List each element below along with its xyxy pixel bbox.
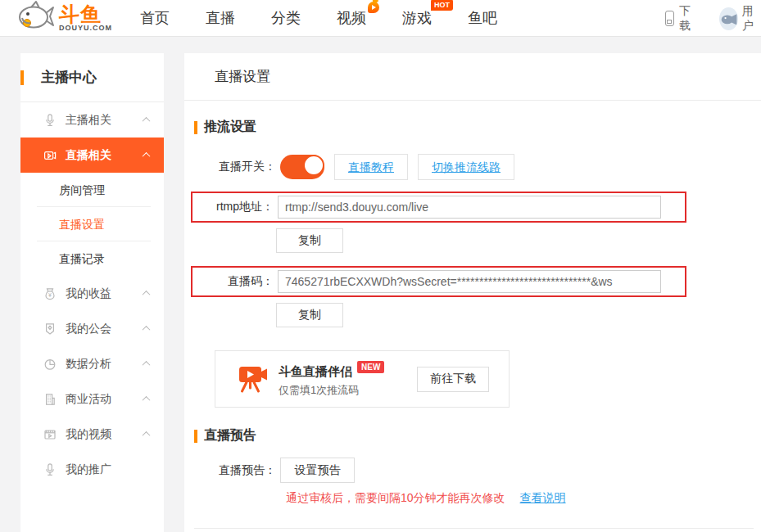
logo-domain: DOUYU.COM: [59, 24, 112, 32]
sidebar-subitem-room-management[interactable]: 房间管理: [20, 173, 164, 207]
chevron-up-icon: [143, 291, 151, 299]
section-bar: [194, 430, 197, 443]
sidebar-title: 主播中心: [20, 53, 164, 102]
live-switch-row: 直播开关： 直播教程 切换推流线路: [194, 154, 761, 180]
pie-chart-icon: [43, 357, 57, 372]
chevron-up-icon: [143, 396, 151, 404]
stream-code-input[interactable]: [278, 270, 661, 293]
page: 斗鱼 DOUYU.COM 首页 直播 分类 视频 游戏 HOT 鱼吧 下载: [0, 0, 761, 532]
sidebar-subitem-live-settings[interactable]: 直播设置: [20, 207, 164, 241]
logo-title: 斗鱼: [59, 4, 112, 24]
sidebar-subitem-live-records[interactable]: 直播记录: [20, 241, 164, 276]
bottom-divider: [194, 528, 754, 529]
microphone-icon: [43, 113, 57, 128]
douyu-mascot-icon: [15, 0, 56, 36]
rtmp-address-label: rtmp地址：: [193, 200, 274, 214]
sidebar: 主播中心 主播相关 直播相关: [20, 53, 164, 532]
hot-badge: HOT: [431, 0, 453, 11]
svg-text:¥: ¥: [48, 292, 52, 298]
user-avatar: [719, 7, 738, 30]
copy-stream-code-button[interactable]: 复制: [276, 303, 343, 327]
money-bag-icon: ¥: [43, 286, 57, 301]
live-video-icon: [43, 148, 57, 163]
tutorial-button[interactable]: 直播教程: [334, 154, 408, 180]
main-nav: 首页 直播 分类 视频 游戏 HOT 鱼吧: [140, 8, 533, 28]
chevron-up-icon: [143, 431, 151, 440]
video-file-icon: [43, 427, 57, 442]
companion-title: 斗鱼直播伴侣NEW: [279, 364, 384, 378]
set-preview-button[interactable]: 设置预告: [280, 458, 355, 483]
sidebar-item-anchor-related[interactable]: 主播相关: [20, 102, 164, 138]
chevron-up-icon: [143, 152, 151, 160]
section-bar: [194, 121, 197, 134]
nav-video[interactable]: 视频: [337, 8, 366, 28]
douyu-logo[interactable]: 斗鱼 DOUYU.COM: [15, 0, 112, 36]
guild-badge-icon: [43, 322, 57, 336]
change-line-button[interactable]: 切换推流线路: [418, 154, 514, 180]
main-content: 直播设置 推流设置 直播开关： 直播教程 切换推流线路 rtmp地址： 复制 直…: [184, 53, 761, 532]
live-preview-section-title: 直播预告: [194, 427, 761, 444]
preview-label: 直播预告：: [194, 463, 276, 478]
live-switch-toggle[interactable]: [280, 155, 324, 179]
page-title: 直播设置: [184, 53, 761, 101]
building-icon: [43, 392, 57, 407]
sidebar-title-bar: [20, 70, 24, 85]
nav-live[interactable]: 直播: [206, 8, 235, 28]
nav-yuba[interactable]: 鱼吧: [468, 8, 497, 28]
rtmp-address-highlight-box: rtmp地址：: [191, 192, 686, 223]
chevron-up-icon: [143, 117, 151, 125]
go-download-button[interactable]: 前往下载: [417, 367, 489, 392]
chevron-up-icon: [143, 361, 151, 369]
download-link[interactable]: 下载: [665, 4, 698, 34]
sidebar-item-live-related[interactable]: 直播相关: [20, 138, 164, 173]
companion-subtitle: 仅需填1次推流码: [279, 383, 384, 398]
phone-icon: [665, 11, 674, 26]
copy-rtmp-button[interactable]: 复制: [276, 228, 343, 253]
view-help-link[interactable]: 查看说明: [520, 491, 566, 506]
preview-row: 直播预告： 设置预告: [194, 458, 761, 483]
sidebar-item-my-guild[interactable]: 我的公会: [20, 311, 164, 346]
chevron-up-icon: [143, 326, 151, 334]
live-switch-label: 直播开关：: [194, 160, 276, 174]
nav-game[interactable]: 游戏 HOT: [402, 8, 432, 28]
user-menu[interactable]: 用户: [719, 4, 761, 34]
companion-promo-box: 斗鱼直播伴侣NEW 仅需填1次推流码 前往下载: [215, 350, 510, 408]
sidebar-item-data-analysis[interactable]: 数据分析: [20, 346, 164, 381]
camcorder-icon: [238, 364, 269, 394]
stream-code-highlight-box: 直播码：: [191, 266, 686, 297]
top-navbar: 斗鱼 DOUYU.COM 首页 直播 分类 视频 游戏 HOT 鱼吧 下载: [0, 0, 761, 37]
sidebar-item-my-videos[interactable]: 我的视频: [20, 417, 164, 452]
header-right: 下载 用户: [665, 0, 761, 37]
rtmp-address-input[interactable]: [278, 196, 661, 219]
sidebar-item-business-activity[interactable]: 商业活动: [20, 381, 164, 417]
flame-icon: [368, 2, 379, 13]
new-badge: NEW: [357, 361, 384, 373]
sidebar-item-my-promotion[interactable]: 我的推广: [20, 452, 164, 487]
sidebar-item-my-earnings[interactable]: ¥ 我的收益: [20, 276, 164, 311]
promote-mic-icon: [43, 462, 57, 477]
push-settings-section-title: 推流设置: [194, 119, 761, 136]
nav-home[interactable]: 首页: [140, 8, 170, 28]
preview-warning: 通过审核后，需要间隔10分钟才能再次修改 查看说明: [286, 491, 761, 506]
stream-code-label: 直播码：: [193, 274, 274, 289]
nav-category[interactable]: 分类: [271, 8, 301, 28]
